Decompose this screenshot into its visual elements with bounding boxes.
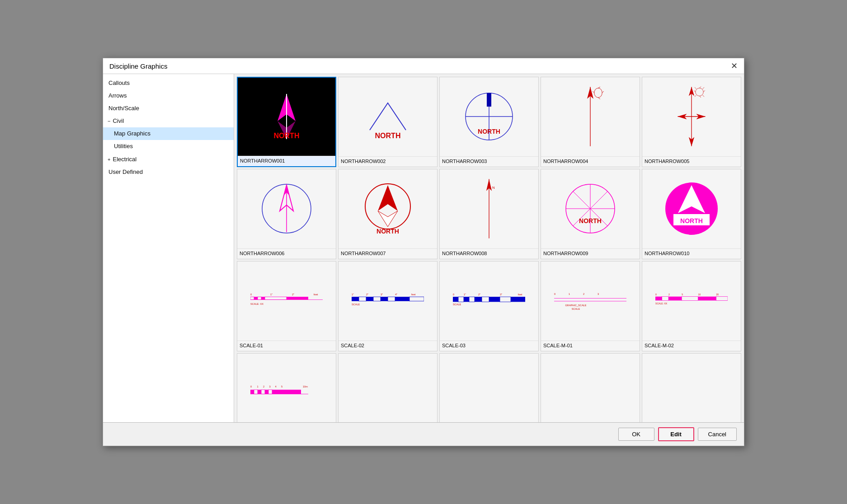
sidebar-item-civil[interactable]: − Civil: [103, 115, 234, 127]
cell-image-na009: NORTH: [541, 169, 640, 248]
svg-point-13: [594, 88, 602, 98]
grid-cell-na007[interactable]: NORTH NORTHARROW007: [338, 169, 438, 259]
svg-rect-89: [475, 297, 482, 302]
grid-cell-scm03[interactable]: 0 1 2 3 4 5 10m SCALE-M-03: [237, 353, 336, 422]
cell-image-sc02: 1" 2" 3" 4" feet SCALE: [339, 261, 437, 341]
svg-rect-127: [268, 390, 272, 394]
svg-rect-85: [453, 297, 458, 302]
grid-cell-na010[interactable]: NORTH NORTHARROW010: [642, 169, 741, 259]
cell-label-scm02: SCALE-M-02: [642, 341, 741, 351]
svg-rect-125: [261, 390, 265, 394]
grid-cell-na003[interactable]: NORTH NORTHARROW003: [439, 77, 539, 167]
sidebar-item-north-scale[interactable]: North/Scale: [103, 102, 234, 115]
svg-text:5: 5: [281, 385, 282, 388]
sidebar-label: User Defined: [108, 168, 143, 175]
svg-text:feet: feet: [411, 293, 416, 296]
svg-rect-58: [250, 297, 254, 299]
sidebar-label: Utilities: [114, 143, 133, 149]
sidebar-item-user-defined[interactable]: User Defined: [103, 166, 234, 178]
grid-cell-scm01[interactable]: 0 1 2 3 GRAPHIC_SCALE SCALE SCALE-M-01: [541, 261, 640, 351]
svg-text:0: 0: [250, 293, 252, 296]
grid-cell-sc02[interactable]: 1" 2" 3" 4" feet SCALE SCALE-02: [338, 261, 438, 351]
svg-text:1": 1": [464, 293, 466, 296]
svg-rect-110: [668, 296, 682, 300]
svg-text:SCALE: SCALE: [453, 303, 461, 306]
cancel-button[interactable]: Cancel: [698, 428, 737, 441]
svg-rect-71: [352, 297, 359, 301]
svg-text:10m: 10m: [303, 385, 308, 388]
ok-button[interactable]: OK: [618, 428, 654, 441]
svg-text:SCALE: SCALE: [352, 303, 360, 306]
cell-image-empty4: [642, 354, 741, 422]
svg-text:SCALE: XX: SCALE: XX: [655, 302, 668, 305]
grid-cell-na006[interactable]: NORTHARROW006: [237, 169, 336, 259]
svg-text:2: 2: [668, 293, 670, 296]
svg-rect-113: [716, 296, 728, 300]
svg-text:NORTH: NORTH: [478, 128, 500, 135]
svg-text:SCALE: XX: SCALE: XX: [250, 303, 264, 305]
svg-rect-128: [272, 390, 301, 394]
cell-label-na005: NORTHARROW005: [642, 156, 741, 167]
cell-image-na001: NORTH: [238, 78, 335, 156]
svg-rect-74: [373, 297, 381, 301]
grid-scroll[interactable]: NORTH NORTHARROW001 NORTH NORTHARROW002 …: [234, 74, 744, 422]
cell-label-sc03: SCALE-03: [440, 341, 538, 351]
svg-rect-59: [254, 297, 258, 299]
svg-text:GRAPHIC_SCALE: GRAPHIC_SCALE: [565, 304, 587, 307]
svg-rect-91: [489, 297, 500, 302]
svg-marker-38: [378, 185, 398, 211]
svg-text:NORTH: NORTH: [375, 132, 401, 139]
svg-text:3": 3": [500, 293, 502, 296]
cell-label-na004: NORTHARROW004: [541, 156, 640, 167]
grid-cell-scm02[interactable]: 0 2 5 10 20 SCALE: XX SCALE-M-02: [642, 261, 741, 351]
sidebar-item-electrical[interactable]: + Electrical: [103, 153, 234, 166]
grid-cell-na005[interactable]: NORTHARROW005: [642, 77, 741, 167]
grid-cell-empty1[interactable]: [338, 353, 438, 422]
grid-cell-empty2[interactable]: [439, 353, 539, 422]
grid-cell-na009[interactable]: NORTH NORTHARROW009: [541, 169, 640, 259]
svg-text:2: 2: [583, 292, 584, 295]
cell-image-na003: NORTH: [440, 77, 538, 156]
svg-rect-75: [381, 297, 388, 301]
svg-rect-73: [366, 297, 373, 301]
grid-cell-empty4[interactable]: [642, 353, 741, 422]
svg-text:1": 1": [270, 293, 273, 296]
svg-text:2: 2: [263, 385, 264, 388]
svg-rect-9: [487, 93, 491, 107]
svg-marker-39: [378, 211, 398, 227]
cell-label-sc01: SCALE-01: [237, 341, 336, 351]
main-area: Callouts Arrows North/Scale− CivilMap Gr…: [103, 74, 744, 422]
svg-line-16: [593, 91, 594, 93]
content-panel: NORTH NORTHARROW001 NORTH NORTHARROW002 …: [234, 74, 744, 422]
sidebar-item-arrows[interactable]: Arrows: [103, 89, 234, 102]
svg-rect-108: [655, 296, 662, 300]
svg-text:0: 0: [453, 293, 454, 296]
svg-text:3": 3": [381, 293, 383, 296]
grid-cell-na002[interactable]: NORTH NORTHARROW002: [338, 77, 438, 167]
svg-text:N: N: [492, 186, 495, 190]
svg-line-28: [694, 91, 696, 93]
grid-cell-na008[interactable]: N NORTHARROW008: [439, 169, 539, 259]
svg-rect-126: [265, 390, 268, 394]
sidebar-item-map-graphics[interactable]: Map Graphics: [103, 127, 234, 140]
cell-image-scm01: 0 1 2 3 GRAPHIC_SCALE SCALE: [541, 261, 640, 341]
grid-cell-na001[interactable]: NORTH NORTHARROW001: [237, 77, 336, 167]
close-button[interactable]: ✕: [731, 62, 738, 70]
svg-rect-93: [511, 297, 525, 302]
sidebar-item-utilities[interactable]: Utilities: [103, 140, 234, 153]
svg-rect-109: [662, 296, 669, 300]
grid-cell-na004[interactable]: NORTHARROW004: [541, 77, 640, 167]
expander-icon: +: [108, 157, 112, 162]
edit-button[interactable]: Edit: [658, 427, 694, 441]
cell-label-na010: NORTHARROW010: [642, 248, 741, 259]
grid-cell-sc01[interactable]: 0 1" 2" feet SCALE: XX SCALE-01: [237, 261, 336, 351]
grid-cell-empty3[interactable]: [541, 353, 640, 422]
grid-cell-sc03[interactable]: 0 1" 2" 3" feet SCALE SCALE-03: [439, 261, 539, 351]
sidebar-item-callouts[interactable]: Callouts: [103, 77, 234, 89]
svg-text:0: 0: [250, 385, 252, 388]
svg-text:3: 3: [598, 292, 599, 295]
svg-line-17: [602, 91, 604, 93]
cell-image-empty2: [440, 354, 538, 422]
svg-rect-72: [359, 297, 366, 301]
cell-image-na007: NORTH: [339, 169, 437, 248]
